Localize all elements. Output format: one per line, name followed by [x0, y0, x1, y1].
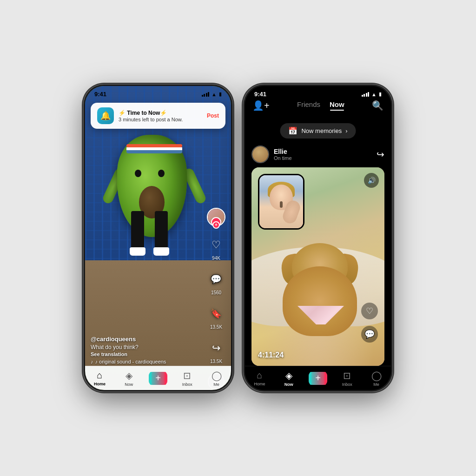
sound-button[interactable]: 🔊: [364, 173, 379, 188]
user-status: On time: [274, 155, 292, 161]
share-icon: ↪: [207, 339, 225, 357]
nav-now[interactable]: ◈ Now: [114, 370, 144, 387]
comment-icon: 💬: [207, 270, 225, 289]
share-post-icon[interactable]: ↪: [377, 149, 384, 160]
wifi-icon: ▲: [212, 92, 217, 97]
notification-body: 3 minutes left to post a Now.: [119, 117, 202, 122]
notification-title: ⚡ Time to Now⚡: [119, 110, 202, 116]
user-avatar[interactable]: [251, 145, 269, 163]
bookmark-action[interactable]: 🔖 13.5K: [207, 304, 225, 330]
avatar-img: [252, 146, 268, 162]
user-name: Ellie: [274, 148, 292, 155]
shoe-left: [130, 247, 145, 256]
nav-create-2[interactable]: +: [304, 372, 333, 385]
selfie-person: [259, 175, 303, 228]
post-sound[interactable]: ♪ ♪ original sound - cardioqueens: [91, 359, 203, 364]
selfie-overlay: [258, 174, 304, 230]
nav-me-label-2: Me: [373, 382, 379, 387]
leg-right: [155, 211, 169, 256]
leg-left: [131, 211, 145, 256]
selfie-sunglasses: [280, 201, 283, 208]
phone-2-screen: 9:41 ▲ ▮ 👤+: [245, 86, 391, 390]
inbox-icon-2: ⊡: [343, 370, 351, 381]
nav-inbox-label-2: Inbox: [342, 382, 352, 387]
wifi-icon-2: ▲: [371, 92, 377, 97]
nav-me-label: Me: [213, 382, 219, 387]
now-memories-button[interactable]: 📅 Now memories ›: [280, 123, 356, 139]
memories-label: Now memories: [301, 127, 342, 134]
now-tabs: Friends Now: [297, 100, 344, 111]
nav-home[interactable]: ⌂ Home: [85, 370, 114, 386]
status-icons: ▲ ▮: [202, 91, 222, 97]
calendar-icon: 📅: [288, 126, 298, 135]
bottom-nav-phone1: ⌂ Home ◈ Now + ⊡ Inbox: [85, 366, 231, 390]
nav-now-label-2: Now: [284, 382, 293, 387]
now-nav-icon: ◈: [285, 370, 292, 381]
avocado-eye-right: [158, 170, 165, 177]
bandana: [298, 306, 344, 324]
share-action[interactable]: ↪ 13.5K: [207, 339, 225, 364]
hat-red-stripe: [126, 144, 182, 147]
nav-me-2[interactable]: ◯ Me: [362, 370, 391, 387]
heart-icon: ♡: [207, 236, 225, 254]
nav-now-label: Now: [125, 382, 133, 387]
create-button[interactable]: +: [149, 372, 167, 385]
bookmark-icon: 🔖: [207, 304, 225, 323]
signal-icon: [202, 92, 210, 97]
photo-like-button[interactable]: ♡: [361, 303, 378, 319]
active-tab-underline: [330, 110, 344, 111]
user-text: Ellie On time: [274, 148, 292, 161]
nav-me[interactable]: ◯ Me: [202, 370, 231, 387]
notification-action[interactable]: Post: [207, 112, 219, 119]
dog-bandana: [298, 306, 344, 324]
add-friend-icon[interactable]: 👤+: [252, 100, 270, 111]
avocado-eye-left: [135, 170, 141, 177]
post-translate[interactable]: See translation: [91, 351, 203, 357]
person-legs: [131, 211, 169, 256]
nav-inbox[interactable]: ⊡ Inbox: [172, 370, 202, 387]
tab-now[interactable]: Now: [330, 100, 344, 111]
now-header: 👤+ Friends Now 🔍: [245, 100, 391, 111]
share-count: 13.5K: [210, 359, 222, 364]
like-action[interactable]: ♡ 94K: [207, 236, 225, 261]
dog-illustration: [273, 234, 366, 336]
tab-friends[interactable]: Friends: [297, 100, 320, 111]
phones-container: 9:41 ▲ ▮ 🔔: [84, 85, 392, 391]
post-info: @cardioqueens What do you think? See tra…: [91, 336, 203, 364]
dog-body: [283, 266, 357, 336]
notification-text: ⚡ Time to Now⚡ 3 minutes left to post a …: [119, 110, 202, 122]
memories-arrow: ›: [345, 127, 347, 134]
bottom-nav-phone2: ⌂ Home ◈ Now + ⊡: [245, 366, 391, 390]
home-icon-2: ⌂: [257, 370, 262, 381]
nav-now-2[interactable]: ◈ Now: [274, 370, 304, 387]
nav-home-2[interactable]: ⌂ Home: [245, 370, 274, 386]
inbox-icon: ⊡: [183, 370, 191, 381]
profile-icon: ◯: [212, 370, 222, 381]
friends-tab-label: Friends: [297, 100, 320, 108]
photo-actions: ♡ 💬: [361, 303, 378, 343]
profile-action[interactable]: +: [207, 208, 225, 226]
nav-inbox-2[interactable]: ⊡ Inbox: [332, 370, 362, 387]
notification-banner[interactable]: 🔔 ⚡ Time to Now⚡ 3 minutes left to post …: [91, 103, 225, 129]
now-content: 🔊: [251, 167, 384, 366]
notification-icon: 🔔: [97, 107, 114, 124]
comment-action[interactable]: 💬 1560: [207, 270, 225, 295]
create-button-2[interactable]: +: [309, 372, 327, 385]
photo-timer: 4:11:24: [258, 351, 284, 359]
status-time: 9:41: [94, 91, 106, 98]
plus-icon: +: [155, 373, 161, 383]
music-note-icon: ♪: [91, 359, 93, 364]
nav-home-label-2: Home: [254, 382, 265, 386]
plus-icon-2: +: [315, 373, 321, 383]
status-bar: 9:41 ▲ ▮: [85, 86, 231, 99]
search-icon[interactable]: 🔍: [372, 100, 383, 111]
now-photo: 🔊: [251, 167, 384, 366]
phone-1-screen: 9:41 ▲ ▮ 🔔: [85, 86, 231, 390]
avocado-hat: [126, 144, 182, 153]
user-info-row: Ellie On time ↪: [251, 145, 384, 163]
nav-create[interactable]: +: [144, 372, 173, 385]
post-username[interactable]: @cardioqueens: [91, 336, 203, 343]
nav-inbox-label: Inbox: [182, 382, 192, 387]
hat-blue-stripe: [126, 150, 182, 153]
photo-comment-button[interactable]: 💬: [361, 326, 378, 343]
